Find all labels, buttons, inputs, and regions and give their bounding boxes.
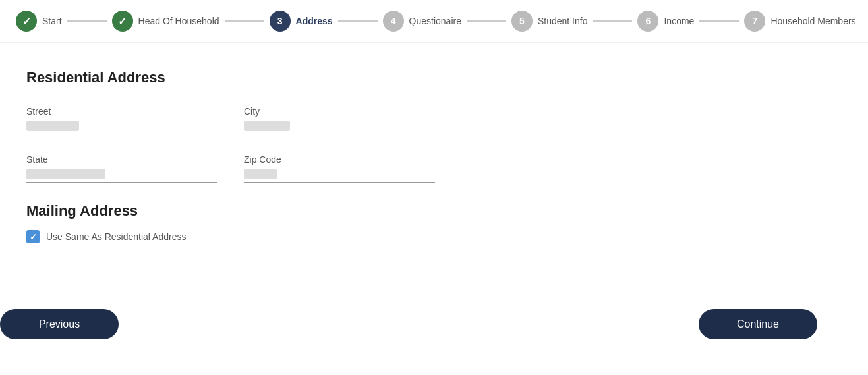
step-income: 6 Income — [637, 11, 694, 32]
residential-address-title: Residential Address — [26, 69, 435, 86]
step-circle-household: 7 — [744, 11, 765, 32]
step-label-student: Student Info — [538, 16, 588, 26]
state-field: State — [26, 154, 217, 183]
step-circle-address: 3 — [270, 11, 291, 32]
step-circle-income: 6 — [637, 11, 658, 32]
connector-5 — [593, 20, 632, 22]
city-input-wrapper — [244, 121, 435, 134]
step-start: ✓ Start — [16, 11, 62, 32]
step-label-household: Household Members — [770, 16, 855, 26]
same-address-checkbox[interactable] — [26, 230, 40, 243]
step-label-income: Income — [664, 16, 694, 26]
stepper: ✓ Start ✓ Head Of Household 3 Address 4 … — [0, 0, 868, 43]
buttons-row: Previous Continue — [0, 309, 817, 339]
step-questionnaire: 4 Questionaire — [383, 11, 461, 32]
zip-label: Zip Code — [244, 154, 435, 165]
connector-6 — [699, 20, 739, 22]
state-label: State — [26, 154, 217, 165]
continue-button[interactable]: Continue — [699, 309, 817, 339]
form-row-state-zip: State Zip Code — [26, 154, 435, 183]
step-household-members: 7 Household Members — [744, 11, 855, 32]
zip-field: Zip Code — [244, 154, 435, 183]
state-input-wrapper — [26, 169, 217, 183]
mailing-address-section: Mailing Address Use Same As Residential … — [26, 202, 435, 243]
step-circle-head: ✓ — [112, 11, 133, 32]
connector-4 — [467, 20, 506, 22]
zip-input-wrapper — [244, 169, 435, 183]
street-field: Street — [26, 106, 217, 134]
same-address-row: Use Same As Residential Address — [26, 230, 435, 243]
step-number-address: 3 — [277, 16, 283, 26]
connector-1 — [67, 20, 107, 22]
mailing-address-title: Mailing Address — [26, 202, 435, 219]
step-circle-start: ✓ — [16, 11, 37, 32]
step-number-income: 6 — [646, 16, 651, 26]
street-input-wrapper — [26, 121, 217, 134]
city-label: City — [244, 106, 435, 117]
connector-3 — [338, 20, 378, 22]
same-address-label: Use Same As Residential Address — [46, 231, 186, 242]
street-label: Street — [26, 106, 217, 117]
step-label-head: Head Of Household — [138, 16, 219, 26]
step-head-of-household: ✓ Head Of Household — [112, 11, 219, 32]
connector-2 — [225, 20, 264, 22]
step-address: 3 Address — [270, 11, 333, 32]
check-icon-head: ✓ — [118, 15, 127, 28]
step-label-start: Start — [42, 16, 62, 26]
previous-button[interactable]: Previous — [0, 309, 119, 339]
step-circle-student: 5 — [511, 11, 533, 32]
step-student-info: 5 Student Info — [511, 11, 588, 32]
main-content: Residential Address Street City State — [0, 43, 461, 270]
step-number-questionnaire: 4 — [391, 16, 396, 26]
step-number-household: 7 — [753, 16, 758, 26]
form-row-street-city: Street City — [26, 106, 435, 134]
step-number-student: 5 — [519, 16, 525, 26]
city-field: City — [244, 106, 435, 134]
step-label-questionnaire: Questionaire — [409, 16, 461, 26]
step-circle-questionnaire: 4 — [383, 11, 404, 32]
step-label-address: Address — [296, 16, 333, 26]
check-icon-start: ✓ — [22, 15, 31, 28]
